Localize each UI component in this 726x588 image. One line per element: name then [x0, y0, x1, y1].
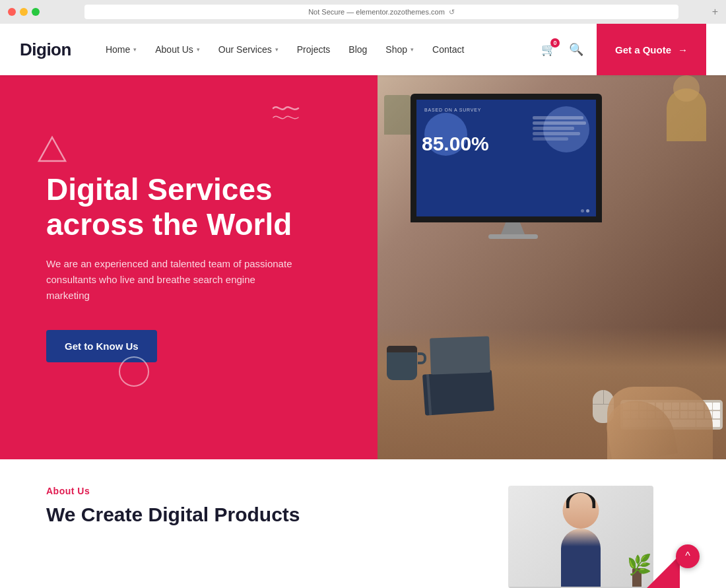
address-bar[interactable]: Not Secure — elementor.zozothemes.com ↺	[84, 5, 678, 19]
monitor-stand	[501, 222, 525, 234]
search-icon[interactable]: 🔍	[566, 40, 586, 59]
website: Digion Home ▾ About Us ▾ Our Services ▾ …	[0, 24, 726, 588]
monitor-base	[488, 234, 538, 239]
minimize-button[interactable]	[20, 8, 28, 16]
deco-red-triangle	[647, 555, 680, 588]
screen-percent: 85.00%	[422, 133, 489, 155]
new-tab-button[interactable]: +	[712, 6, 718, 18]
about-section-label: About Us	[46, 486, 469, 496]
chevron-down-icon: ▾	[275, 46, 279, 53]
about-text: About Us We Create Digital Products	[46, 486, 469, 527]
about-heading: We Create Digital Products	[46, 503, 469, 527]
about-image: 🌿	[508, 486, 653, 588]
deco-wave-icon	[272, 103, 300, 127]
browser-chrome: Not Secure — elementor.zozothemes.com ↺ …	[0, 0, 726, 24]
hero-right-panel: BASED ON A SURVEY 85.00%	[378, 75, 726, 459]
traffic-lights	[8, 8, 40, 16]
nav-item-shop[interactable]: Shop ▾	[378, 40, 422, 59]
url-text: Not Secure — elementor.zozothemes.com	[308, 8, 445, 16]
hero-heading: Digital Services across the World	[46, 172, 338, 242]
nav-item-services[interactable]: Our Services ▾	[211, 40, 286, 59]
nav-item-projects[interactable]: Projects	[289, 40, 339, 59]
person-hands	[594, 374, 726, 459]
site-header: Digion Home ▾ About Us ▾ Our Services ▾ …	[0, 24, 726, 75]
shelf-decor	[384, 95, 411, 135]
about-section: About Us We Create Digital Products 🌿	[0, 459, 726, 588]
main-nav: Home ▾ About Us ▾ Our Services ▾ Project…	[98, 40, 541, 59]
svg-marker-0	[39, 137, 65, 161]
nav-item-blog[interactable]: Blog	[341, 40, 375, 59]
chevron-down-icon: ▾	[197, 46, 200, 53]
deco-triangle-icon	[36, 135, 68, 169]
notebook	[422, 370, 494, 415]
nav-item-contact[interactable]: Contact	[424, 40, 472, 59]
hero-section: Digital Services across the World We are…	[0, 75, 726, 459]
nav-item-home[interactable]: Home ▾	[98, 40, 145, 59]
deco-circle-icon	[119, 356, 149, 387]
hero-left-panel: Digital Services across the World We are…	[0, 75, 378, 459]
cart-badge: 0	[550, 38, 560, 48]
chevron-down-icon: ▾	[133, 46, 137, 53]
chevron-down-icon: ▾	[411, 46, 414, 53]
header-actions: 🛒 0 🔍 Get a Quote →	[541, 24, 706, 75]
person-body	[561, 529, 601, 588]
site-logo[interactable]: Digion	[20, 40, 71, 60]
scroll-top-button[interactable]: ^	[676, 544, 700, 568]
person-avatar	[563, 492, 599, 529]
arrow-icon: →	[678, 44, 688, 55]
cart-icon[interactable]: 🛒 0	[541, 42, 556, 57]
monitor: BASED ON A SURVEY 85.00%	[411, 94, 615, 239]
nav-item-about[interactable]: About Us ▾	[147, 40, 208, 59]
close-button[interactable]	[8, 8, 16, 16]
about-image-container: 🌿	[508, 486, 680, 588]
maximize-button[interactable]	[32, 8, 40, 16]
hero-subheading: We are an experienced and talented team …	[46, 256, 297, 304]
coffee-mug	[387, 346, 417, 380]
reload-icon[interactable]: ↺	[449, 8, 455, 16]
plant-icon: 🌿	[627, 535, 647, 588]
notebook-2	[430, 336, 490, 374]
get-quote-button[interactable]: Get a Quote →	[597, 24, 706, 75]
